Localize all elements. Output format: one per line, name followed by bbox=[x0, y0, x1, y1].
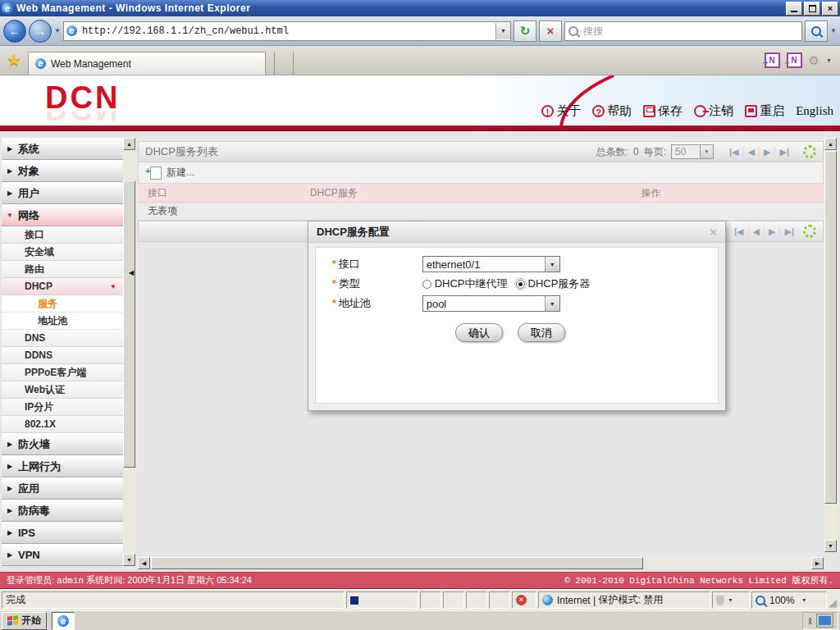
zoom-pane[interactable]: 100% ▼ bbox=[751, 591, 827, 609]
sidebar-item-8021x[interactable]: 802.1X bbox=[2, 416, 123, 433]
sidebar-item-dhcp[interactable]: DHCP▼ bbox=[2, 278, 123, 295]
close-button[interactable]: × bbox=[822, 2, 838, 16]
cancel-button[interactable]: 取消 bbox=[518, 323, 565, 342]
next-page-button[interactable]: ▶ bbox=[759, 147, 774, 158]
sidebar-item-web-behavior[interactable]: ▶上网行为 bbox=[2, 455, 123, 477]
refresh-button[interactable]: ↻ bbox=[514, 21, 536, 42]
sidebar-item-objects[interactable]: ▶对象 bbox=[2, 160, 123, 182]
sidebar-item-interface[interactable]: 接口 bbox=[2, 226, 123, 244]
tray-chevron-icon[interactable]: ∧∧ bbox=[808, 618, 812, 624]
taskbar-ie-button[interactable]: e bbox=[52, 612, 75, 630]
list-refresh-icon[interactable] bbox=[803, 145, 816, 158]
pool-select[interactable]: pool ▼ bbox=[422, 295, 560, 312]
minimize-button[interactable] bbox=[786, 2, 802, 16]
sidebar-item-network[interactable]: ▼网络 bbox=[2, 204, 123, 226]
restore-button[interactable] bbox=[804, 2, 820, 16]
new-tab-stub[interactable] bbox=[274, 52, 294, 75]
prev-page-button[interactable]: ◀ bbox=[743, 147, 759, 158]
scroll-down-button[interactable]: ▼ bbox=[824, 540, 837, 552]
sidebar-item-ddns[interactable]: DDNS bbox=[2, 347, 123, 364]
new-entry-label: 新建... bbox=[167, 166, 194, 180]
search-go-button[interactable] bbox=[805, 21, 828, 42]
logout-link[interactable]: 注销 bbox=[694, 103, 733, 119]
last-page-button[interactable]: ▶| bbox=[774, 147, 793, 158]
first-page-button[interactable]: |◀ bbox=[730, 226, 748, 237]
favorites-star-icon[interactable]: ★ bbox=[7, 50, 21, 70]
sidebar-item-antivirus[interactable]: ▶防病毒 bbox=[2, 500, 123, 522]
address-bar[interactable]: e ▼ bbox=[63, 21, 511, 41]
address-input[interactable] bbox=[80, 25, 492, 38]
stop-button[interactable]: × bbox=[539, 21, 562, 42]
radio-dhcp-relay[interactable] bbox=[422, 280, 431, 289]
search-box[interactable] bbox=[564, 21, 802, 41]
taskbar: 开始 e ∧∧ bbox=[0, 610, 840, 630]
scroll-left-button[interactable]: ◀ bbox=[138, 557, 150, 569]
sidebar-item-route[interactable]: 路由 bbox=[2, 261, 123, 278]
content-horizontal-scrollbar[interactable]: ◀ ▶ bbox=[138, 557, 824, 569]
tools-gear-icon[interactable]: ⚙ bbox=[809, 53, 819, 68]
forward-button[interactable]: → bbox=[29, 20, 52, 43]
radio-dhcp-server[interactable] bbox=[516, 280, 525, 289]
sidebar-item-dhcp-pool[interactable]: 地址池 bbox=[2, 313, 123, 330]
last-page-button[interactable]: ▶| bbox=[779, 226, 798, 237]
sidebar-item-label: DHCP bbox=[25, 281, 52, 292]
onenote-send-icon[interactable]: N➜ bbox=[765, 52, 780, 68]
sidebar-item-label: 路由 bbox=[25, 262, 44, 276]
per-page-select[interactable]: 50 ▼ bbox=[671, 144, 714, 159]
protected-mode-pane[interactable]: ▼ bbox=[712, 591, 750, 609]
list-refresh-icon[interactable] bbox=[803, 225, 816, 238]
language-link[interactable]: English bbox=[796, 104, 833, 118]
scroll-thumb[interactable] bbox=[123, 180, 135, 468]
reboot-icon bbox=[745, 105, 757, 117]
search-input[interactable] bbox=[582, 25, 801, 38]
save-link[interactable]: 保存 bbox=[643, 103, 682, 119]
sidebar-item-system[interactable]: ▶系统 bbox=[2, 138, 123, 160]
sidebar-scrollbar[interactable]: ▲ ▼ bbox=[123, 138, 135, 566]
about-link[interactable]: ! 关于 bbox=[541, 103, 581, 119]
sidebar-collapse-handle[interactable]: ◀ bbox=[129, 269, 134, 276]
sidebar-item-firewall[interactable]: ▶防火墙 bbox=[2, 433, 123, 455]
sidebar-item-pppoe[interactable]: PPPoE客户端 bbox=[2, 364, 123, 381]
new-entry-button[interactable]: 新建... bbox=[138, 162, 824, 184]
resize-grip[interactable]: ◢ bbox=[829, 591, 838, 609]
interface-select[interactable]: ethernet0/1 ▼ bbox=[422, 256, 560, 272]
up-arrow-icon: ▲ bbox=[828, 141, 833, 147]
scroll-down-button[interactable]: ▼ bbox=[123, 554, 135, 566]
network-monitor-icon[interactable] bbox=[817, 614, 833, 627]
scroll-up-button[interactable]: ▲ bbox=[824, 138, 837, 150]
dialog-title: DHCP服务配置 bbox=[317, 225, 390, 240]
sidebar-item-dhcp-service[interactable]: 服务 bbox=[2, 295, 123, 313]
first-page-button[interactable]: |◀ bbox=[725, 147, 743, 158]
content-vertical-scrollbar[interactable]: ▲ ▼ bbox=[824, 138, 837, 552]
pool-value: pool bbox=[427, 298, 447, 310]
dialog-close-icon[interactable]: × bbox=[710, 225, 717, 239]
onenote-link-icon[interactable]: N∞ bbox=[787, 52, 802, 68]
sidebar-item-application[interactable]: ▶应用 bbox=[2, 477, 123, 500]
scroll-thumb[interactable] bbox=[151, 557, 643, 569]
prev-page-button[interactable]: ◀ bbox=[748, 226, 764, 237]
chevron-right-icon: ▶ bbox=[2, 507, 18, 514]
column-header-interface: 接口 bbox=[148, 186, 310, 200]
sidebar-item-web-auth[interactable]: Web认证 bbox=[2, 381, 123, 399]
sidebar-item-users[interactable]: ▶用户 bbox=[2, 182, 123, 204]
search-options-dropdown[interactable]: ▼ bbox=[830, 27, 837, 34]
tools-dropdown-icon[interactable]: ▼ bbox=[826, 57, 832, 63]
help-link[interactable]: ? 帮助 bbox=[592, 103, 632, 119]
privacy-pane[interactable]: × bbox=[512, 591, 536, 609]
next-page-button[interactable]: ▶ bbox=[764, 226, 779, 237]
address-dropdown[interactable]: ▼ bbox=[495, 23, 510, 39]
scroll-right-button[interactable]: ▶ bbox=[811, 557, 824, 569]
tab-web-management[interactable]: e Web Management bbox=[28, 52, 266, 75]
sidebar-item-ips[interactable]: ▶IPS bbox=[2, 522, 123, 544]
sidebar-item-vpn[interactable]: ▶VPN bbox=[2, 544, 123, 566]
scroll-up-button[interactable]: ▲ bbox=[123, 138, 135, 150]
sidebar-item-dns[interactable]: DNS bbox=[2, 330, 123, 347]
sidebar-item-ip-fragment[interactable]: IP分片 bbox=[2, 399, 123, 416]
confirm-button[interactable]: 确认 bbox=[455, 323, 503, 342]
scroll-thumb[interactable] bbox=[824, 151, 837, 504]
back-button[interactable]: ← bbox=[3, 20, 26, 43]
history-dropdown[interactable]: ▼ bbox=[54, 27, 61, 34]
reboot-link[interactable]: 重启 bbox=[745, 103, 784, 119]
start-button[interactable]: 开始 bbox=[2, 612, 47, 630]
sidebar-item-security-zone[interactable]: 安全域 bbox=[2, 244, 123, 261]
